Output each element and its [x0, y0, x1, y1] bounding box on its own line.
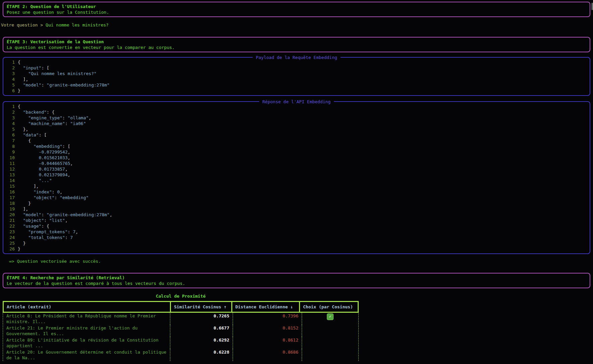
step3-body: La question est convertie en vecteur pou…	[7, 45, 586, 50]
scrollbar[interactable]	[592, 3, 593, 10]
code-line: 17 "object": "embedding"	[6, 195, 587, 200]
code-line: 18 }	[6, 200, 587, 206]
line-number: 3	[6, 115, 15, 121]
cosine-cell: 0.6292	[170, 337, 233, 349]
code-text: {	[18, 104, 20, 109]
code-line: 26}	[6, 246, 587, 252]
code-line: 10 0.015621033,	[6, 155, 587, 161]
code-text: -0.07299542,	[18, 149, 70, 155]
header-article: Article (extrait)	[4, 302, 170, 312]
cosine-cell: 0.7265	[170, 313, 233, 325]
article-cell: Article 20: Le Gouvernement détermine et…	[3, 349, 170, 361]
cosine-cell: 0.6228	[170, 349, 233, 361]
code-text: "model": "granite-embedding:278m"	[18, 82, 110, 88]
code-text: },	[18, 126, 28, 132]
table-row: Article 20: Le Gouvernement détermine et…	[3, 349, 358, 361]
code-line: 19 ],	[6, 206, 587, 212]
table-header-row: Article (extrait) Similarité Cosinus ↑ D…	[3, 301, 359, 313]
line-number: 18	[6, 200, 15, 206]
line-number: 11	[6, 161, 15, 166]
line-number: 19	[6, 206, 15, 212]
line-number: 17	[6, 195, 15, 200]
code-line: 4 ],	[6, 76, 587, 82]
line-number: 26	[6, 246, 15, 252]
code-line: 13 0.021379894,	[6, 172, 587, 178]
table-row: Article 8: Le Président de la République…	[3, 313, 358, 325]
code-text: 0.01733857,	[18, 166, 68, 172]
code-line: 6 "data": [	[6, 132, 587, 138]
table-body: Article 8: Le Président de la République…	[3, 313, 359, 361]
code-text: "embedding": [	[18, 143, 70, 149]
line-number: 1	[6, 59, 15, 65]
response-panel-title: Réponse de l'API Embedding	[259, 99, 334, 105]
code-line: 3 "engine_type": "ollama",	[6, 115, 587, 121]
code-text: }	[18, 200, 31, 206]
line-number: 20	[6, 212, 15, 218]
distance-cell: 0.8612	[233, 337, 302, 349]
payload-panel: Payload de la Requête Embedding 1{2 "inp…	[3, 57, 590, 96]
line-number: 13	[6, 172, 15, 178]
line-number: 8	[6, 143, 15, 149]
choice-cell	[302, 337, 358, 349]
line-number: 7	[6, 138, 15, 143]
code-line: 5 "model": "granite-embedding:278m"	[6, 82, 587, 88]
header-distance[interactable]: Distance Euclidienne ↓	[231, 302, 299, 312]
step2-panel: ÉTAPE 2: Question de l'Utilisateur Posez…	[3, 2, 590, 17]
line-number: 14	[6, 178, 15, 183]
success-message: => Question vectorisée avec succès.	[9, 258, 593, 264]
header-cosine[interactable]: Similarité Cosinus ↑	[170, 302, 231, 312]
article-cell: Article 8: Le Président de la République…	[3, 313, 170, 325]
code-text: -0.044665765,	[18, 161, 73, 166]
code-line: 6}	[6, 88, 587, 94]
code-line: 15 ],	[6, 183, 587, 189]
code-line: 22 "usage": {	[6, 223, 587, 229]
code-line: 5 },	[6, 126, 587, 132]
table-title: Calcul de Proximité	[3, 293, 359, 299]
terminal-output: ÉTAPE 2: Question de l'Utilisateur Posez…	[0, 2, 593, 361]
code-text: }	[18, 240, 25, 246]
line-number: 4	[6, 76, 15, 82]
choice-cell	[302, 325, 358, 337]
code-text: ],	[18, 206, 28, 212]
code-line: 25 }	[6, 240, 587, 246]
code-line: 8 "embedding": [	[6, 143, 587, 149]
choice-cell: ✓	[302, 313, 358, 325]
distance-cell: 0.7396	[233, 313, 302, 325]
code-text: "object": "embedding"	[18, 195, 88, 200]
code-line: 21 "object": "list",	[6, 218, 587, 223]
distance-cell: 0.8152	[233, 325, 302, 337]
step3-title: ÉTAPE 3: Vectorisation de la Question	[7, 39, 586, 45]
code-text: "backend": {	[18, 109, 55, 115]
code-text: "total_tokens": 7	[18, 235, 73, 240]
code-text: }	[18, 88, 20, 94]
line-number: 21	[6, 218, 15, 223]
line-number: 10	[6, 155, 15, 161]
article-cell: Article 21: Le Premier ministre dirige l…	[3, 325, 170, 337]
code-text: "model": "granite-embedding:278m",	[18, 212, 112, 218]
prompt-label: Votre question >	[1, 22, 43, 27]
line-number: 9	[6, 149, 15, 155]
line-number: 6	[6, 88, 15, 94]
step4-panel: ÉTAPE 4: Recherche par Similarité (Retri…	[3, 273, 590, 288]
line-number: 6	[6, 132, 15, 138]
question-input[interactable]: Qui nomme les ministres?	[46, 22, 109, 27]
payload-json-code: 1{2 "input": [3 "Qui nomme les ministres…	[6, 59, 587, 94]
code-text: {	[18, 138, 31, 143]
line-number: 15	[6, 183, 15, 189]
article-cell: Article 89: L'initiative de la révision …	[3, 337, 170, 349]
code-line: 2 "backend": {	[6, 109, 587, 115]
proximity-table: Article (extrait) Similarité Cosinus ↑ D…	[3, 301, 359, 361]
code-line: 3 "Qui nomme les ministres?"	[6, 71, 587, 76]
code-text: "prompt_tokens": 7,	[18, 229, 78, 235]
line-number: 1	[6, 104, 15, 109]
choice-cell	[302, 349, 358, 361]
code-text: "usage": {	[18, 223, 49, 229]
question-prompt-line: Votre question > Qui nomme les ministres…	[1, 22, 593, 28]
response-panel: Réponse de l'API Embedding 1{2 "backend"…	[3, 101, 590, 254]
line-number: 2	[6, 109, 15, 115]
line-number: 25	[6, 240, 15, 246]
step3-panel: ÉTAPE 3: Vectorisation de la Question La…	[3, 37, 590, 52]
code-line: 2 "input": [	[6, 65, 587, 71]
header-choice: Choix (par Cosinus)	[299, 302, 358, 312]
code-line: 12 0.01733857,	[6, 166, 587, 172]
